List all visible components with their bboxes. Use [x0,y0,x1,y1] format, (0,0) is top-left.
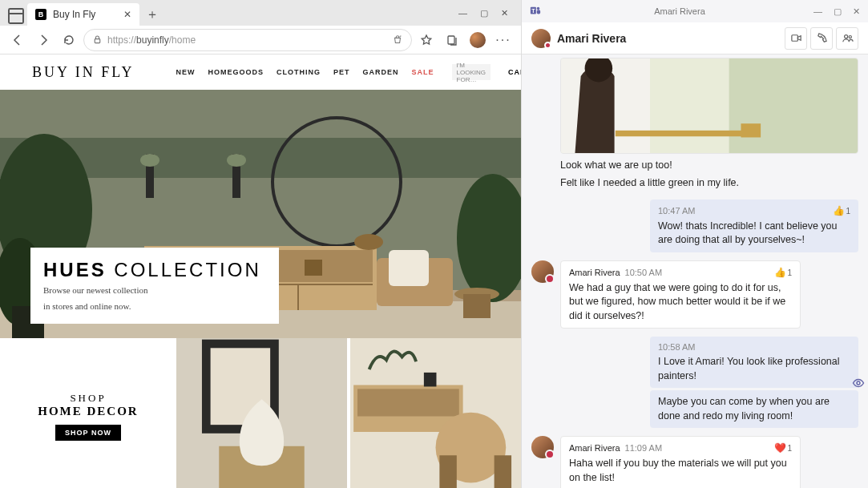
svg-rect-53 [741,123,761,137]
message-reaction[interactable]: ❤️1 [774,442,792,455]
chat-avatar[interactable] [531,29,551,48]
nav-homegoods[interactable]: HOMEGOODS [208,68,264,76]
promo-panel: SHOP HOME DECOR SHOP NOW [0,338,176,488]
svg-rect-40 [424,373,437,387]
shop-now-button[interactable]: SHOP NOW [55,425,121,441]
message-attachment-image[interactable] [560,58,858,154]
svg-rect-19 [389,250,429,286]
shopping-icon[interactable] [392,34,403,46]
svg-rect-36 [357,389,459,416]
message-out: 10:47 AM 👍1 Wow! thats Incredible! I can… [650,200,858,252]
nav-clothing[interactable]: CLOTHING [277,68,321,76]
teams-window-title: Amari Rivera [654,6,705,16]
hero-sub2: in stores and online now. [43,300,261,313]
address-bar[interactable]: https://buyinfly/home [83,29,412,51]
promo-line1: SHOP [70,392,106,405]
message-sender: Amari Rivera [569,267,620,279]
svg-rect-3 [448,36,454,44]
teams-maximize-button[interactable]: ▢ [834,6,842,17]
svg-point-25 [227,154,246,167]
message-out: 10:58 AM I Love it Amari! You look like … [650,337,858,388]
tile-vase[interactable] [176,338,347,488]
svg-rect-45 [791,35,797,42]
tab-close-icon[interactable]: ✕ [123,9,131,20]
nav-pet[interactable]: PET [333,68,350,76]
teams-window: T Amari Rivera — ▢ ✕ Amari Rivera [521,0,868,488]
people-button[interactable] [836,27,858,50]
svg-rect-28 [305,260,322,276]
svg-point-54 [857,381,860,385]
message-in: Look what we are up too! [560,157,801,175]
tab-strip: B Buy In Fly ✕ ＋ [3,0,164,26]
hero-overlay: HUES COLLECTION Browse our newest collec… [30,248,279,324]
svg-rect-21 [463,294,491,318]
maximize-button[interactable]: ▢ [480,8,488,18]
svg-point-46 [844,35,847,38]
nav-garden[interactable]: GARDEN [363,68,399,76]
message-avatar[interactable] [531,436,554,488]
svg-rect-39 [495,455,511,488]
profile-button[interactable] [466,29,489,51]
tile-dining[interactable] [350,338,521,488]
nav-cart[interactable]: CART [508,68,521,76]
browser-titlebar: B Buy In Fly ✕ ＋ — ▢ ✕ [0,0,521,26]
close-button[interactable]: ✕ [501,8,508,18]
message-list[interactable]: Look what we are up too! Felt like I nee… [522,54,868,488]
svg-text:T: T [531,7,535,13]
hero-sub1: Browse our newest collection [43,284,261,296]
nav-new[interactable]: NEW [176,68,196,76]
teams-icon: T [530,5,541,18]
message-avatar[interactable] [531,260,554,329]
teams-titlebar: T Amari Rivera — ▢ ✕ [522,0,868,22]
svg-rect-0 [9,9,23,23]
tab-favicon: B [35,9,46,20]
new-tab-button[interactable]: ＋ [141,3,164,26]
site-nav: NEW HOMEGOODS CLOTHING PET GARDEN SALE [176,68,434,76]
video-call-button[interactable] [785,27,807,50]
browser-tab[interactable]: B Buy In Fly ✕ [27,3,139,26]
site-logo[interactable]: BUY IN FLY [32,64,135,81]
teams-minimize-button[interactable]: — [813,6,822,17]
promo-row: SHOP HOME DECOR SHOP NOW [0,338,521,488]
read-receipt-icon [852,377,865,392]
svg-rect-2 [95,39,100,43]
svg-rect-52 [616,131,744,136]
presence-dot [544,42,551,49]
svg-point-43 [537,6,540,10]
browser-window: B Buy In Fly ✕ ＋ — ▢ ✕ https://buyinfly/… [0,0,521,488]
tab-title: Buy In Fly [53,9,95,20]
back-button[interactable] [6,29,29,51]
url-text: https://buyinfly/home [107,34,196,46]
hero-section: HUES COLLECTION Browse our newest collec… [0,90,521,338]
favorites-button[interactable] [415,29,438,51]
svg-rect-50 [729,58,858,153]
message-reaction[interactable]: 👍1 [833,204,850,218]
hero-title: HUES COLLECTION [43,259,261,281]
tab-actions-button[interactable] [6,6,26,26]
site-header: BUY IN FLY NEW HOMEGOODS CLOTHING PET GA… [0,54,521,90]
webpage: BUY IN FLY NEW HOMEGOODS CLOTHING PET GA… [0,54,521,488]
message-time: 10:47 AM [658,205,695,217]
teams-close-button[interactable]: ✕ [853,6,860,17]
minimize-button[interactable]: — [458,8,467,18]
svg-point-23 [140,154,159,167]
message-out: Maybe you can come by when you are done … [650,390,858,428]
chat-actions [785,27,858,50]
message-time: 10:58 AM [658,341,695,353]
svg-point-29 [354,234,383,250]
svg-point-47 [849,36,851,38]
menu-button[interactable]: ··· [492,29,515,51]
reload-button[interactable] [58,29,80,51]
search-input[interactable]: I'M LOOKING FOR… [452,64,491,80]
audio-call-button[interactable] [810,27,833,50]
message-time: 11:09 AM [625,442,662,454]
message-in: Felt like I needed a little green in my … [560,175,801,192]
message-sender: Amari Rivera [569,442,620,454]
lock-icon [92,34,103,45]
nav-sale[interactable]: SALE [412,68,434,76]
window-controls: — ▢ ✕ [458,8,518,18]
message-reaction[interactable]: 👍1 [774,266,792,280]
svg-rect-38 [439,455,456,488]
collections-button[interactable] [441,29,463,51]
forward-button[interactable] [32,29,55,51]
